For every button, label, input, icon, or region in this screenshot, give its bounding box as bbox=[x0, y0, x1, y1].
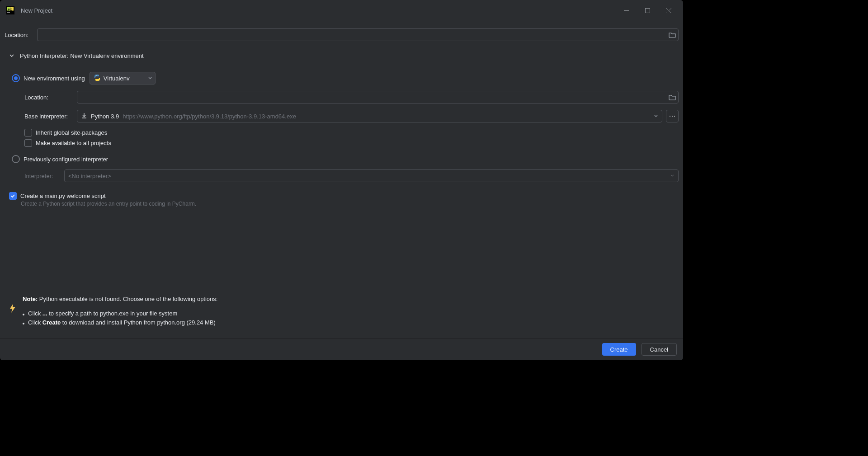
note-text: Note: Python executable is not found. Ch… bbox=[23, 295, 217, 327]
svg-text:PC: PC bbox=[8, 8, 12, 11]
new-environment-label: New environment using bbox=[24, 75, 85, 82]
svg-point-7 bbox=[98, 80, 98, 80]
env-location-label: Location: bbox=[24, 94, 77, 101]
bullet-icon bbox=[23, 314, 24, 315]
prev-interpreter-value: <No interpreter> bbox=[68, 173, 111, 179]
prev-interpreter-row: Interpreter: <No interpreter> bbox=[5, 169, 679, 182]
cancel-button[interactable]: Cancel bbox=[642, 343, 677, 356]
new-environment-radio[interactable] bbox=[12, 74, 20, 82]
window-controls bbox=[616, 0, 679, 21]
chevron-down-icon bbox=[654, 113, 658, 120]
inherit-packages-row: Inherit global site-packages bbox=[5, 129, 679, 136]
welcome-script-label: Create a main.py welcome script bbox=[20, 193, 106, 199]
svg-point-6 bbox=[96, 75, 96, 75]
close-button[interactable] bbox=[658, 0, 679, 21]
prev-interpreter-dropdown: <No interpreter> bbox=[64, 169, 679, 182]
project-location-input[interactable] bbox=[37, 28, 679, 41]
svg-point-9 bbox=[672, 116, 673, 117]
env-location-row: Location: bbox=[5, 91, 679, 103]
environment-tool-dropdown[interactable]: Virtualenv bbox=[90, 72, 156, 85]
svg-point-8 bbox=[670, 116, 670, 117]
welcome-script-checkbox[interactable] bbox=[9, 192, 17, 200]
inherit-packages-label: Inherit global site-packages bbox=[36, 129, 107, 136]
python-icon bbox=[94, 74, 101, 83]
make-available-row: Make available to all projects bbox=[5, 139, 679, 147]
bullet-icon bbox=[23, 323, 24, 324]
welcome-script-hint: Create a Python script that provides an … bbox=[21, 201, 679, 207]
svg-rect-3 bbox=[7, 12, 10, 13]
create-button[interactable]: Create bbox=[602, 343, 636, 356]
note-bullet-1: Click ... to specify a path to python.ex… bbox=[23, 309, 217, 318]
window-title: New Project bbox=[21, 7, 616, 14]
project-location-field-wrapper bbox=[37, 28, 679, 41]
base-interpreter-label: Base interpreter: bbox=[24, 113, 77, 120]
folder-icon[interactable] bbox=[668, 93, 677, 102]
make-available-checkbox[interactable] bbox=[24, 139, 32, 147]
inherit-packages-checkbox[interactable] bbox=[24, 129, 32, 136]
interpreter-section-title: Python Interpreter: New Virtualenv envir… bbox=[20, 52, 144, 59]
env-location-field-wrapper bbox=[77, 91, 679, 103]
new-environment-row: New environment using Virtualenv bbox=[5, 72, 679, 85]
base-interpreter-url: https://www.python.org/ftp/python/3.9.13… bbox=[123, 113, 296, 120]
svg-point-10 bbox=[674, 116, 675, 117]
lightning-icon bbox=[9, 304, 16, 327]
note-body: Python executable is not found. Choose o… bbox=[39, 296, 218, 302]
previously-configured-row: Previously configured interpreter bbox=[5, 155, 679, 163]
titlebar: PC New Project bbox=[0, 0, 683, 21]
env-location-input[interactable] bbox=[77, 91, 679, 103]
note-prefix: Note: bbox=[23, 296, 38, 302]
dialog-body: Location: Python Interpreter: New Virtua… bbox=[0, 21, 683, 338]
previously-configured-label: Previously configured interpreter bbox=[24, 156, 108, 163]
chevron-down-icon bbox=[8, 52, 15, 59]
note-bullet-2: Click Create to download and install Pyt… bbox=[23, 318, 217, 327]
base-interpreter-name: Python 3.9 bbox=[91, 113, 119, 120]
chevron-down-icon bbox=[148, 75, 152, 82]
interpreter-section-header[interactable]: Python Interpreter: New Virtualenv envir… bbox=[8, 52, 679, 59]
dialog-footer: Create Cancel bbox=[0, 338, 683, 360]
note-block: Note: Python executable is not found. Ch… bbox=[6, 291, 679, 334]
minimize-button[interactable] bbox=[616, 0, 637, 21]
folder-icon[interactable] bbox=[668, 30, 677, 39]
environment-tool-value: Virtualenv bbox=[104, 75, 130, 82]
browse-interpreter-button[interactable] bbox=[666, 110, 679, 122]
project-location-row: Location: bbox=[5, 28, 679, 41]
new-project-dialog: PC New Project Location: bbox=[0, 0, 683, 360]
maximize-button[interactable] bbox=[637, 0, 658, 21]
project-location-label: Location: bbox=[5, 32, 37, 38]
download-icon bbox=[81, 113, 87, 120]
chevron-down-icon bbox=[670, 173, 675, 179]
make-available-label: Make available to all projects bbox=[36, 140, 111, 146]
prev-interpreter-label: Interpreter: bbox=[24, 173, 64, 179]
previously-configured-radio[interactable] bbox=[12, 155, 20, 163]
base-interpreter-dropdown[interactable]: Python 3.9 https://www.python.org/ftp/py… bbox=[77, 110, 662, 122]
pycharm-icon: PC bbox=[6, 6, 14, 14]
base-interpreter-row: Base interpreter: Python 3.9 https://www… bbox=[5, 110, 679, 122]
svg-rect-5 bbox=[646, 8, 650, 13]
welcome-script-row: Create a main.py welcome script bbox=[9, 192, 679, 200]
